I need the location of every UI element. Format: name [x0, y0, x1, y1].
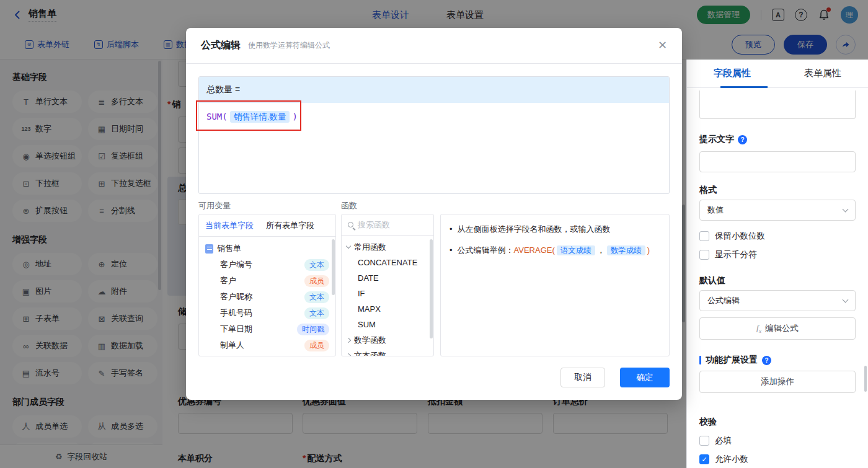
checkbox-allow-decimal[interactable]: ✓ 允许小数 [699, 454, 748, 465]
type-badge: 文本 [304, 291, 329, 303]
hint-text-input[interactable] [699, 151, 856, 172]
formula-help-panel: • 从左侧面板选择字段名和函数，或输入函数 • 公式编辑举例：AVERAGE(语… [440, 214, 670, 356]
variable-item-customer[interactable]: 客户 成员 [199, 273, 335, 289]
tab-all-form-fields[interactable]: 所有表单字段 [260, 220, 321, 231]
tab-field-properties[interactable]: 字段属性 [687, 60, 777, 87]
function-name: CONCATENATE [358, 258, 417, 267]
function-name: SUM [358, 320, 376, 329]
edit-formula-button[interactable]: fx 编辑公式 [699, 317, 856, 340]
format-select-value: 数值 [707, 205, 724, 216]
caret-right-icon [346, 337, 351, 342]
default-value-label: 默认值 [699, 275, 725, 286]
functions-panel: 搜索函数 常用函数 CONCATENATE DATE IF MAPX SUM 数… [341, 214, 434, 356]
bullet-icon: • [450, 244, 453, 257]
checkbox-thousand-separator[interactable]: ✓ 显示千分符 [699, 249, 757, 260]
example-field-pill: 数学成绩 [607, 245, 645, 255]
label-text: 校验 [699, 417, 717, 428]
variable-name: 手机号码 [220, 307, 252, 319]
functions-label: 函数 [341, 200, 357, 211]
function-group-text[interactable]: 文本函数 [342, 348, 433, 356]
variable-item-order-date[interactable]: 下单日期 时间戳 [199, 321, 335, 337]
checkbox-label: 保留小数位数 [715, 231, 765, 242]
format-select[interactable]: 数值 [699, 200, 856, 221]
checkbox-label: 显示千分符 [715, 249, 757, 260]
default-value-select[interactable]: 公式编辑 [699, 290, 856, 311]
tab-form-properties[interactable]: 表单属性 [777, 60, 868, 87]
variable-name: 客户昵称 [220, 291, 252, 302]
fx-icon: fx [756, 323, 761, 334]
add-action-button[interactable]: 添加操作 [699, 371, 856, 393]
example-prefix: 公式编辑举例： [458, 245, 514, 255]
extension-settings-header: 功能扩展设置 ? [699, 355, 771, 366]
annotation-red-box [196, 100, 301, 131]
partial-input-box[interactable] [699, 91, 856, 119]
form-doc-icon [205, 244, 213, 254]
function-group-common[interactable]: 常用函数 [342, 239, 433, 255]
label-text: 提示文字 [699, 134, 734, 145]
cancel-button[interactable]: 取消 [560, 368, 605, 387]
variable-item-order-maker[interactable]: 制单人 成员 [199, 337, 335, 353]
button-label: 编辑公式 [765, 323, 799, 334]
function-name: IF [358, 289, 365, 298]
hint-text-label: 提示文字 ? [699, 134, 747, 145]
section-title: 功能扩展设置 [706, 355, 758, 366]
question-icon[interactable]: ? [738, 135, 747, 144]
variables-scrollbar[interactable] [332, 239, 335, 295]
function-group-math[interactable]: 数学函数 [342, 332, 433, 348]
function-name: DATE [358, 273, 379, 283]
chevron-down-icon [843, 206, 849, 212]
variable-name: 客户编号 [220, 259, 252, 270]
chevron-down-icon [843, 296, 849, 302]
label-text: 格式 [699, 185, 717, 196]
type-badge: 文本 [304, 259, 329, 271]
help-line-1: • 从左侧面板选择字段名和函数，或输入函数 [450, 223, 669, 236]
variables-tabs: 当前表单字段 所有表单字段 [199, 214, 335, 237]
function-item-mapx[interactable]: MAPX [342, 301, 433, 317]
app-screen: 销售单 表单设计 表单设置 数据管理 A ? 理 ⊘ 表单外链 ↯ 后端脚本 ▥ [0, 0, 868, 468]
question-icon[interactable]: ? [762, 356, 771, 365]
variable-name: 下单日期 [220, 324, 252, 335]
label-text: 默认值 [699, 275, 725, 286]
checkbox-label: 允许小数 [715, 454, 748, 465]
example-function-close: ) [647, 245, 650, 255]
type-badge: 成员 [304, 340, 329, 351]
variable-item-customer-nickname[interactable]: 客户昵称 文本 [199, 289, 335, 305]
search-icon [348, 222, 353, 227]
formula-editor-modal: 公式编辑 使用数学运算符编辑公式 ✕ 总数量 = SUM(销售详情.数量) 可用… [186, 28, 682, 400]
group-label: 文本函数 [354, 350, 386, 357]
default-select-value: 公式编辑 [707, 295, 740, 306]
type-badge: 成员 [304, 275, 329, 287]
function-item-concatenate[interactable]: CONCATENATE [342, 255, 433, 270]
formula-editor-box[interactable]: 总数量 = SUM(销售详情.数量) [198, 76, 670, 194]
variable-item-customer-no[interactable]: 客户编号 文本 [199, 257, 335, 273]
properties-tabs: 字段属性 表单属性 [687, 60, 868, 88]
variables-panel: 当前表单字段 所有表单字段 销售单 客户编号 文本 客户 成员 客户昵称 文本 … [198, 214, 336, 356]
modal-footer: 取消 确定 [560, 368, 670, 387]
example-function-open: AVERAGE( [514, 245, 555, 255]
function-item-date[interactable]: DATE [342, 270, 433, 286]
tree-root-label: 销售单 [217, 243, 241, 254]
checkbox-required[interactable]: ✓ 必填 [699, 435, 732, 446]
validation-label: 校验 [699, 417, 717, 428]
modal-title: 公式编辑 [201, 39, 241, 52]
active-tab-underline [720, 86, 768, 88]
functions-scrollbar[interactable] [430, 239, 433, 338]
checkbox-label: 必填 [715, 435, 732, 446]
checkbox-keep-decimals[interactable]: ✓ 保留小数位数 [699, 231, 765, 242]
function-item-if[interactable]: IF [342, 286, 433, 301]
example-comma: ， [597, 245, 605, 255]
variable-tree-root[interactable]: 销售单 [199, 241, 335, 257]
function-search[interactable]: 搜索函数 [342, 214, 433, 236]
confirm-button[interactable]: 确定 [620, 368, 670, 387]
function-item-sum[interactable]: SUM [342, 317, 433, 332]
panel-scrollbar[interactable] [864, 366, 867, 392]
close-icon[interactable]: ✕ [658, 40, 667, 51]
variable-name: 制单人 [220, 340, 244, 351]
help-example: 公式编辑举例：AVERAGE(语文成绩，数学成绩) [458, 244, 650, 257]
type-badge: 文本 [304, 307, 329, 319]
section-bar [699, 356, 701, 364]
example-field-pill: 语文成绩 [557, 245, 595, 255]
variable-item-phone[interactable]: 手机号码 文本 [199, 305, 335, 321]
tab-current-form-fields[interactable]: 当前表单字段 [199, 220, 260, 231]
search-placeholder: 搜索函数 [358, 219, 390, 231]
